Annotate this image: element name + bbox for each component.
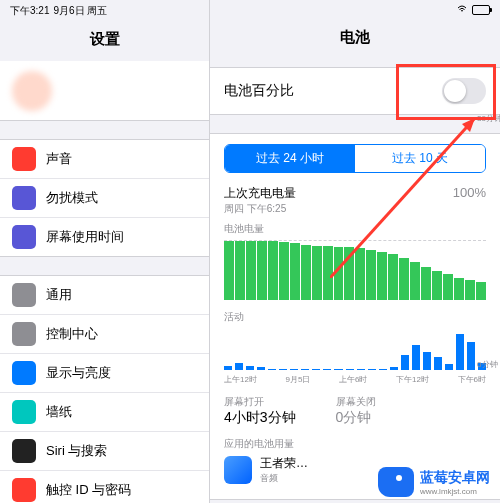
battery-level-bar	[257, 241, 267, 300]
battery-level-bar	[312, 246, 322, 300]
activity-bar	[246, 366, 254, 370]
time-axis: 上午12时9月5日上午6时下午12时下午6时	[224, 374, 486, 385]
dnd-icon	[12, 186, 36, 210]
sidebar-item-siri[interactable]: Siri 与搜索	[0, 432, 209, 471]
sidebar-item-label: 声音	[46, 150, 72, 168]
sidebar-item-display[interactable]: 显示与亮度	[0, 354, 209, 393]
battery-title: 电池	[210, 20, 500, 67]
sidebar-item-general[interactable]: 通用	[0, 276, 209, 315]
battery-level-bar	[432, 271, 442, 301]
battery-percentage-row[interactable]: 电池百分比	[210, 67, 500, 115]
battery-level-bar	[399, 258, 409, 300]
app-name: 王者荣…	[260, 455, 308, 472]
sidebar-item-dnd[interactable]: 勿扰模式	[0, 179, 209, 218]
svg-marker-1	[462, 118, 475, 132]
toggle-knob	[444, 80, 466, 102]
battery-level-bar	[344, 247, 354, 300]
activity-bar	[224, 366, 232, 370]
activity-bar	[467, 342, 475, 370]
sidebar-item-label: 显示与亮度	[46, 364, 111, 382]
sidebar-item-label: 触控 ID 与密码	[46, 481, 131, 499]
last-charge-title: 上次充电电量	[224, 185, 296, 202]
activity-chart: 60分钟30分钟0分钟	[224, 328, 486, 370]
battery-detail-panel: 电池 电池百分比 过去 24 小时 过去 10 天 上次充电电量 100% 周四…	[210, 0, 500, 503]
activity-bar	[445, 364, 453, 370]
wallpaper-icon	[12, 400, 36, 424]
battery-percentage-label: 电池百分比	[224, 82, 294, 100]
siri-icon	[12, 439, 36, 463]
app-category: 音频	[260, 472, 308, 485]
activity-bar	[412, 345, 420, 370]
battery-level-bar	[443, 274, 453, 300]
activity-bar	[312, 369, 320, 370]
battery-level-bar	[355, 248, 365, 300]
activity-bar	[323, 369, 331, 370]
status-time: 下午3:21	[10, 4, 49, 18]
app-icon	[224, 456, 252, 484]
status-date: 9月6日 周五	[53, 4, 107, 18]
sidebar-item-control-center[interactable]: 控制中心	[0, 315, 209, 354]
sidebar-item-label: 通用	[46, 286, 72, 304]
activity-bar	[390, 367, 398, 370]
battery-level-bar	[334, 247, 344, 300]
battery-level-bar	[366, 250, 376, 300]
settings-title: 设置	[0, 22, 209, 61]
activity-bar	[401, 355, 409, 370]
battery-chart-section: 过去 24 小时 过去 10 天 上次充电电量 100% 周四 下午6:25 电…	[210, 133, 500, 500]
watermark-url: www.lmkjst.com	[420, 487, 490, 496]
battery-level-bar	[465, 280, 475, 300]
activity-bar	[346, 369, 354, 370]
sidebar-item-label: Siri 与搜索	[46, 442, 107, 460]
activity-bar	[301, 369, 309, 370]
activity-bar	[279, 369, 287, 370]
activity-bar	[257, 367, 265, 370]
watermark-logo-icon	[378, 467, 414, 497]
sidebar-item-touchid[interactable]: 触控 ID 与密码	[0, 471, 209, 503]
battery-level-bar	[246, 241, 256, 300]
battery-level-bar	[235, 241, 245, 300]
status-bar-left: 下午3:21 9月6日 周五	[0, 0, 209, 22]
sidebar-item-label: 墙纸	[46, 403, 72, 421]
last-charge-time: 周四 下午6:25	[224, 202, 486, 216]
activity-bar	[379, 369, 387, 370]
control-center-icon	[12, 322, 36, 346]
screen-off-block: 屏幕关闭 0分钟	[336, 395, 376, 427]
watermark-name: 蓝莓安卓网	[420, 469, 490, 487]
profile-row[interactable]	[0, 61, 209, 121]
seg-24h[interactable]: 过去 24 小时	[225, 145, 355, 172]
watermark: 蓝莓安卓网 www.lmkjst.com	[378, 467, 490, 497]
activity-bar	[368, 369, 376, 370]
time-range-segmented-control[interactable]: 过去 24 小时 过去 10 天	[224, 144, 486, 173]
touchid-icon	[12, 478, 36, 502]
profile-avatar	[12, 71, 52, 111]
screen-on-block: 屏幕打开 4小时3分钟	[224, 395, 296, 427]
activity-y-axis: 60分钟30分钟0分钟	[477, 0, 500, 370]
battery-level-bar	[388, 254, 398, 300]
seg-10d[interactable]: 过去 10 天	[355, 145, 485, 172]
sidebar-item-wallpaper[interactable]: 墙纸	[0, 393, 209, 432]
activity-bar	[268, 369, 276, 370]
battery-level-bar	[224, 241, 234, 300]
activity-bar	[357, 369, 365, 370]
battery-level-bar	[301, 245, 311, 300]
battery-level-chart	[224, 240, 486, 300]
activity-label: 活动	[224, 310, 486, 324]
wifi-icon	[456, 4, 468, 16]
activity-bar	[235, 363, 243, 370]
general-icon	[12, 283, 36, 307]
sidebar-item-label: 屏幕使用时间	[46, 228, 124, 246]
battery-level-label: 电池电量	[224, 222, 486, 236]
battery-level-bar	[279, 242, 289, 300]
sidebar-item-screen-time[interactable]: 屏幕使用时间	[0, 218, 209, 256]
app-usage-label: 应用的电池用量	[224, 437, 486, 451]
battery-level-bar	[410, 262, 420, 300]
activity-bar	[456, 334, 464, 370]
battery-level-bar	[268, 241, 278, 300]
display-icon	[12, 361, 36, 385]
settings-sidebar: 下午3:21 9月6日 周五 设置 声音勿扰模式屏幕使用时间通用控制中心显示与亮…	[0, 0, 210, 503]
sidebar-item-label: 勿扰模式	[46, 189, 98, 207]
battery-level-bar	[290, 243, 300, 300]
sidebar-item-label: 控制中心	[46, 325, 98, 343]
sound-icon	[12, 147, 36, 171]
sidebar-item-sound[interactable]: 声音	[0, 140, 209, 179]
